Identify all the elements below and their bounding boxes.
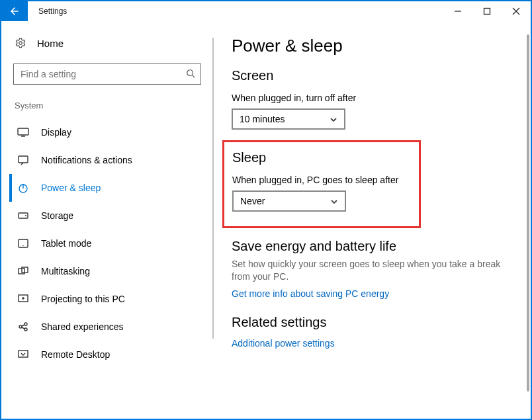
svg-rect-4: [19, 156, 28, 163]
home-link[interactable]: Home: [9, 33, 205, 63]
sidebar-item-label: Remote Desktop: [41, 349, 110, 360]
window-title: Settings: [28, 1, 67, 21]
search-icon: [186, 69, 195, 80]
energy-help-text: Set how quickly your screen goes to slee…: [232, 258, 508, 283]
screen-turnoff-value: 10 minutes: [240, 114, 285, 124]
sidebar-item-storage[interactable]: Storage: [9, 202, 205, 230]
sidebar-item-tablet-mode[interactable]: Tablet mode: [9, 230, 205, 257]
projecting-icon: [17, 293, 29, 305]
sleep-after-label: When plugged in, PC goes to sleep after: [232, 175, 411, 185]
sidebar-item-multitasking[interactable]: Multitasking: [9, 257, 205, 285]
sidebar-item-remote-desktop[interactable]: Remote Desktop: [9, 341, 205, 368]
sleep-after-value: Never: [240, 196, 265, 206]
scrollbar[interactable]: [527, 34, 529, 392]
screen-turnoff-select[interactable]: 10 minutes: [232, 108, 345, 130]
sidebar-item-label: Notifications & actions: [41, 155, 132, 165]
multitasking-icon: [17, 265, 29, 277]
sidebar-item-display[interactable]: Display: [9, 118, 205, 146]
sidebar-item-label: Display: [41, 127, 71, 138]
minimize-button[interactable]: [443, 1, 472, 21]
energy-info-link[interactable]: Get more info about saving PC energy: [232, 288, 517, 299]
shared-icon: [17, 321, 29, 333]
sidebar-item-label: Tablet mode: [41, 238, 91, 249]
additional-power-settings-link[interactable]: Additional power settings: [232, 338, 517, 349]
settings-window: Settings Home: [0, 0, 532, 420]
sidebar-item-label: Shared experiences: [41, 321, 124, 332]
sidebar-item-shared-experiences[interactable]: Shared experiences: [9, 313, 205, 341]
content-pane: Power & sleep Screen When plugged in, tu…: [213, 21, 531, 419]
close-button[interactable]: [502, 1, 531, 21]
chevron-down-icon: [330, 115, 337, 123]
remote-desktop-icon: [17, 349, 29, 360]
section-heading-related: Related settings: [232, 315, 517, 330]
sidebar-item-label: Projecting to this PC: [41, 294, 125, 304]
svg-rect-15: [19, 351, 28, 357]
svg-point-12: [19, 325, 22, 328]
sidebar-item-notifications[interactable]: Notifications & actions: [9, 146, 205, 174]
svg-rect-0: [484, 9, 490, 15]
section-heading-sleep: Sleep: [232, 150, 411, 165]
sidebar-group-label: System: [9, 101, 205, 118]
screen-turnoff-label: When plugged in, turn off after: [232, 93, 517, 103]
power-icon: [17, 182, 29, 194]
sidebar-item-label: Multitasking: [41, 266, 90, 276]
sleep-highlight-box: Sleep When plugged in, PC goes to sleep …: [222, 140, 421, 228]
sidebar-item-label: Power & sleep: [41, 183, 101, 193]
sidebar: Home System Display Notifications & acti…: [1, 21, 213, 419]
svg-point-14: [24, 328, 27, 331]
sidebar-item-label: Storage: [41, 210, 73, 221]
sidebar-item-power-sleep[interactable]: Power & sleep: [9, 174, 205, 202]
svg-point-7: [25, 215, 26, 216]
back-button[interactable]: [1, 1, 28, 21]
maximize-button[interactable]: [472, 1, 502, 21]
svg-point-2: [187, 69, 193, 75]
titlebar: Settings: [1, 1, 531, 21]
tablet-icon: [17, 237, 29, 249]
section-heading-screen: Screen: [232, 68, 517, 83]
search-box[interactable]: [13, 63, 201, 85]
chevron-down-icon: [330, 197, 338, 205]
svg-point-13: [24, 323, 27, 325]
storage-icon: [17, 210, 29, 222]
search-input[interactable]: [19, 68, 186, 80]
display-icon: [17, 126, 29, 138]
home-label: Home: [37, 38, 64, 49]
window-controls: [443, 1, 531, 21]
section-heading-energy: Save energy and battery life: [232, 239, 517, 254]
sleep-after-select[interactable]: Never: [232, 190, 346, 212]
notifications-icon: [17, 154, 29, 166]
svg-rect-3: [18, 128, 28, 135]
sidebar-item-projecting[interactable]: Projecting to this PC: [9, 285, 205, 313]
gear-icon: [15, 37, 26, 49]
page-title: Power & sleep: [232, 36, 517, 56]
svg-point-1: [19, 42, 22, 45]
svg-rect-8: [19, 239, 28, 247]
